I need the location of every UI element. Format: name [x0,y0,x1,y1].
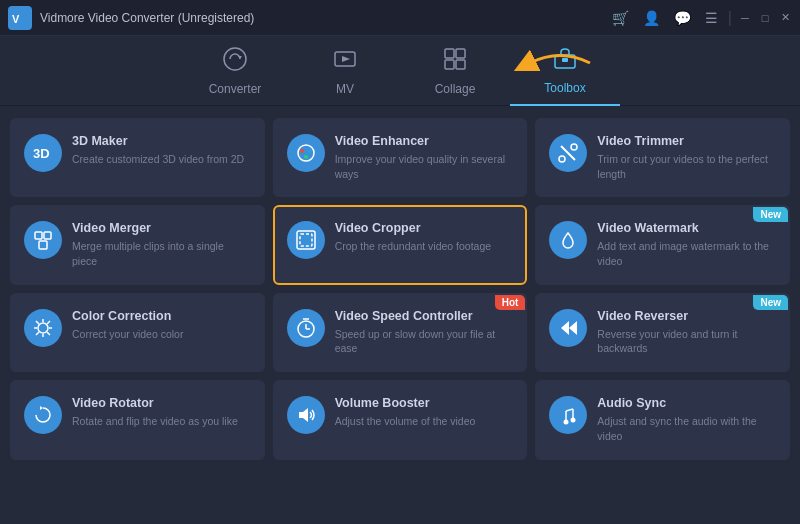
video-rotator-icon [24,396,62,434]
cart-icon[interactable]: 🛒 [608,8,633,28]
app-logo: V [8,6,32,30]
svg-marker-40 [40,406,43,410]
main-content: 3D3D MakerCreate customized 3D video fro… [0,106,800,524]
tool-card-video-cropper[interactable]: Video CropperCrop the redundant video fo… [273,205,528,284]
svg-rect-10 [562,58,568,62]
video-watermark-badge: New [753,207,788,222]
converter-label: Converter [209,82,262,96]
video-reverser-badge: New [753,295,788,310]
svg-marker-41 [299,408,308,422]
svg-rect-7 [445,60,454,69]
tool-card-3d-maker[interactable]: 3D3D MakerCreate customized 3D video fro… [10,118,265,197]
volume-booster-icon [287,396,325,434]
video-speed-controller-desc: Speed up or slow down your file at ease [335,327,514,356]
audio-sync-desc: Adjust and sync the audio with the video [597,414,776,443]
tool-card-color-correction[interactable]: Color CorrectionCorrect your video color [10,293,265,372]
svg-rect-20 [35,232,42,239]
svg-marker-3 [238,56,242,59]
svg-line-33 [36,332,39,335]
video-cropper-icon [287,221,325,259]
svg-text:3D: 3D [33,146,50,161]
video-watermark-name: Video Watermark [597,221,776,235]
video-reverser-icon [549,309,587,347]
tool-card-video-trimmer[interactable]: Video TrimmerTrim or cut your videos to … [535,118,790,197]
video-cropper-desc: Crop the redundant video footage [335,239,514,254]
video-rotator-name: Video Rotator [72,396,251,410]
svg-line-30 [36,321,39,324]
svg-rect-8 [456,60,465,69]
svg-point-16 [304,155,308,159]
tab-toolbox[interactable]: Toolbox [510,36,620,106]
video-enhancer-info: Video EnhancerImprove your video quality… [335,134,514,181]
svg-point-18 [559,156,565,162]
video-rotator-info: Video RotatorRotate and flip the video a… [72,396,251,429]
video-trimmer-icon [549,134,587,172]
svg-point-46 [571,418,576,423]
video-merger-info: Video MergerMerge multiple clips into a … [72,221,251,268]
svg-rect-24 [300,234,312,246]
video-reverser-info: Video ReverserReverse your video and tur… [597,309,776,356]
tool-card-video-enhancer[interactable]: Video EnhancerImprove your video quality… [273,118,528,197]
volume-booster-name: Volume Booster [335,396,514,410]
tool-card-video-merger[interactable]: Video MergerMerge multiple clips into a … [10,205,265,284]
video-reverser-desc: Reverse your video and turn it backwards [597,327,776,356]
svg-point-2 [224,48,246,70]
video-merger-desc: Merge multiple clips into a single piece [72,239,251,268]
color-correction-icon [24,309,62,347]
svg-point-15 [308,149,312,153]
video-trimmer-name: Video Trimmer [597,134,776,148]
video-enhancer-desc: Improve your video quality in several wa… [335,152,514,181]
separator: | [728,9,732,27]
video-watermark-icon [549,221,587,259]
video-speed-controller-badge: Hot [495,295,526,310]
audio-sync-name: Audio Sync [597,396,776,410]
tool-card-audio-sync[interactable]: Audio SyncAdjust and sync the audio with… [535,380,790,459]
svg-rect-6 [456,49,465,58]
video-speed-controller-icon [287,309,325,347]
svg-point-45 [564,420,569,425]
video-merger-name: Video Merger [72,221,251,235]
user-icon[interactable]: 👤 [639,8,664,28]
svg-text:V: V [12,13,20,25]
collage-label: Collage [435,82,476,96]
chat-icon[interactable]: 💬 [670,8,695,28]
tab-converter[interactable]: Converter [180,36,290,106]
video-rotator-desc: Rotate and flip the video as you like [72,414,251,429]
video-trimmer-info: Video TrimmerTrim or cut your videos to … [597,134,776,181]
tab-mv[interactable]: MV [290,36,400,106]
tool-card-video-rotator[interactable]: Video RotatorRotate and flip the video a… [10,380,265,459]
video-speed-controller-name: Video Speed Controller [335,309,514,323]
tool-card-volume-booster[interactable]: Volume BoosterAdjust the volume of the v… [273,380,528,459]
3d-maker-icon: 3D [24,134,62,172]
video-enhancer-icon [287,134,325,172]
svg-rect-22 [39,241,47,249]
close-button[interactable]: ✕ [778,11,792,25]
maximize-button[interactable]: □ [758,11,772,25]
svg-line-17 [561,146,575,160]
3d-maker-desc: Create customized 3D video from 2D [72,152,251,167]
video-watermark-info: Video WatermarkAdd text and image waterm… [597,221,776,268]
3d-maker-info: 3D MakerCreate customized 3D video from … [72,134,251,167]
3d-maker-name: 3D Maker [72,134,251,148]
video-watermark-desc: Add text and image watermark to the vide… [597,239,776,268]
tab-collage[interactable]: Collage [400,36,510,106]
minimize-button[interactable]: ─ [738,11,752,25]
tool-card-video-speed-controller[interactable]: Video Speed ControllerSpeed up or slow d… [273,293,528,372]
video-reverser-name: Video Reverser [597,309,776,323]
svg-line-32 [47,321,50,324]
menu-icon[interactable]: ☰ [701,8,722,28]
svg-rect-21 [44,232,51,239]
mv-label: MV [336,82,354,96]
tool-card-video-reverser[interactable]: Video ReverserReverse your video and tur… [535,293,790,372]
svg-point-25 [38,323,48,333]
svg-point-14 [300,149,304,153]
svg-marker-38 [561,321,569,335]
nav-bar: Converter MV Collage [0,36,800,106]
toolbox-label: Toolbox [544,81,585,95]
video-speed-controller-info: Video Speed ControllerSpeed up or slow d… [335,309,514,356]
svg-rect-5 [445,49,454,58]
tool-card-video-watermark[interactable]: Video WatermarkAdd text and image waterm… [535,205,790,284]
title-bar-controls: 🛒 👤 💬 ☰ | ─ □ ✕ [608,8,792,28]
converter-icon [222,46,248,78]
svg-marker-39 [569,321,577,335]
